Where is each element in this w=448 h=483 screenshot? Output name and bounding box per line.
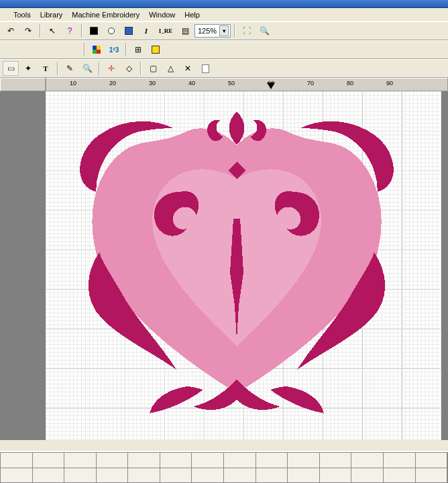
separator [99, 62, 100, 75]
ruler-tick: 80 [347, 80, 353, 87]
palette-cell[interactable] [351, 453, 384, 482]
palette-grid[interactable] [0, 452, 448, 483]
palette-cell[interactable] [64, 453, 97, 482]
cursor-tool-button[interactable]: ↖ [44, 23, 60, 38]
text-re-icon: I_RE [159, 28, 173, 34]
palette-cell[interactable] [320, 453, 352, 482]
text-tool-icon: T [43, 64, 48, 72]
black-square-icon [90, 27, 98, 35]
toolbar-secondary: 1²3 ⊞ [0, 40, 448, 59]
x-icon: ✕ [184, 64, 191, 73]
text-re-button[interactable]: I_RE [156, 23, 176, 38]
numbering-icon: 1²3 [109, 46, 119, 54]
star-tool-button[interactable]: ✦ [20, 61, 36, 76]
palette-cell[interactable] [384, 453, 416, 482]
toolbar-main: ↶ ↷ ↖ ? I I_RE ▤ 125% ▼ ⛶ 🔍 [0, 21, 448, 40]
menu-item-library[interactable]: Library [40, 11, 63, 19]
menu-item-machine-embroidery[interactable]: Machine Embroidery [72, 11, 139, 19]
fit-icon: ⛶ [243, 26, 251, 36]
box-button[interactable]: ▢ [145, 61, 161, 76]
menu-bar: Tools Library Machine Embroidery Window … [0, 8, 448, 21]
ruler-tick: 50 [228, 80, 235, 87]
palette-icon [93, 46, 101, 54]
horizontal-ruler[interactable]: 10 20 30 40 50 60 70 80 90 [46, 78, 448, 91]
grid-icon: ⊞ [135, 45, 142, 54]
blue-fill-button[interactable] [121, 23, 137, 38]
palette-cell[interactable] [224, 453, 256, 482]
magnify-icon: 🔍 [82, 64, 93, 73]
black-fill-button[interactable] [86, 23, 102, 38]
zoom-icon: 🔍 [260, 26, 270, 36]
palette-cell[interactable] [160, 453, 192, 482]
grid-toggle-button[interactable]: ⊞ [130, 42, 146, 57]
highlight-button[interactable] [148, 42, 164, 57]
select-rect-icon: ▭ [7, 64, 15, 73]
numbering-button[interactable]: 1²3 [106, 42, 122, 57]
palette-cell[interactable] [256, 453, 288, 482]
magnify-button[interactable]: 🔍 [79, 61, 95, 76]
ruler-tick: 20 [109, 80, 116, 87]
palette-cell[interactable] [33, 453, 65, 482]
ruler-tick: 70 [307, 80, 314, 87]
diamond-button[interactable]: ◇ [121, 61, 137, 76]
diamond-icon: ◇ [126, 64, 132, 73]
separator [140, 62, 142, 75]
circle-tool-button[interactable] [103, 23, 119, 38]
palette-cell[interactable] [1, 453, 33, 482]
palette-cell[interactable] [97, 453, 129, 482]
zoom-combo[interactable]: 125% ▼ [194, 24, 231, 38]
undo-button[interactable]: ↶ [3, 23, 19, 38]
palette-button[interactable] [89, 42, 105, 57]
blue-square-icon [125, 27, 133, 35]
zoom-button[interactable]: 🔍 [256, 23, 272, 38]
crosshair-button[interactable]: ✛ [103, 61, 119, 76]
undo-icon: ↶ [7, 26, 14, 36]
separator [234, 24, 235, 38]
x-button[interactable]: ✕ [180, 61, 196, 76]
separator [40, 24, 41, 38]
star-icon: ✦ [25, 64, 32, 73]
palette-cell[interactable] [128, 453, 160, 482]
fit-button[interactable]: ⛶ [239, 23, 255, 38]
text-tool-button[interactable]: T [38, 61, 54, 76]
os-taskbar-sliver [0, 0, 448, 8]
redo-icon: ↷ [25, 26, 32, 36]
cursor-icon: ↖ [49, 26, 56, 36]
palette-cell[interactable] [288, 453, 320, 482]
zoom-value: 125% [198, 27, 217, 35]
design-ornamental-heart[interactable] [59, 98, 414, 427]
help-icon: ? [68, 26, 72, 36]
sheet-button[interactable]: ▤ [177, 23, 193, 38]
separator [84, 43, 85, 56]
ruler-tick: 30 [149, 80, 156, 87]
canvas-container [0, 91, 448, 440]
select-rect-button[interactable]: ▭ [3, 61, 19, 76]
menu-item-window[interactable]: Window [149, 11, 175, 19]
ruler-tick: 90 [386, 80, 393, 87]
menu-item-help[interactable]: Help [184, 11, 200, 19]
triangle-button[interactable]: △ [162, 61, 178, 76]
redo-button[interactable]: ↷ [20, 23, 36, 38]
wand-icon: ✎ [66, 64, 73, 73]
menu-item-tools[interactable]: Tools [13, 11, 31, 19]
page-icon [202, 64, 209, 73]
ruler-marker-icon[interactable] [267, 83, 275, 89]
canvas[interactable] [46, 91, 441, 440]
dropdown-arrow-icon: ▼ [219, 25, 229, 36]
wand-button[interactable]: ✎ [62, 61, 78, 76]
ruler-tick: 40 [188, 80, 195, 87]
palette-panel [0, 451, 448, 483]
toolbar-tools: ▭ ✦ T ✎ 🔍 ✛ ◇ ▢ △ ✕ [0, 59, 448, 78]
italic-button[interactable]: I [138, 23, 154, 38]
crosshair-icon: ✛ [108, 64, 115, 73]
page-button[interactable] [197, 61, 213, 76]
triangle-icon: △ [168, 64, 174, 73]
separator [125, 43, 127, 56]
palette-cell[interactable] [416, 453, 448, 482]
ruler-tick: 10 [70, 80, 76, 87]
circle-icon [108, 28, 115, 34]
separator [81, 24, 82, 38]
ruler-corner [0, 78, 46, 91]
palette-cell[interactable] [192, 453, 224, 482]
help-tool-button[interactable]: ? [62, 23, 78, 38]
